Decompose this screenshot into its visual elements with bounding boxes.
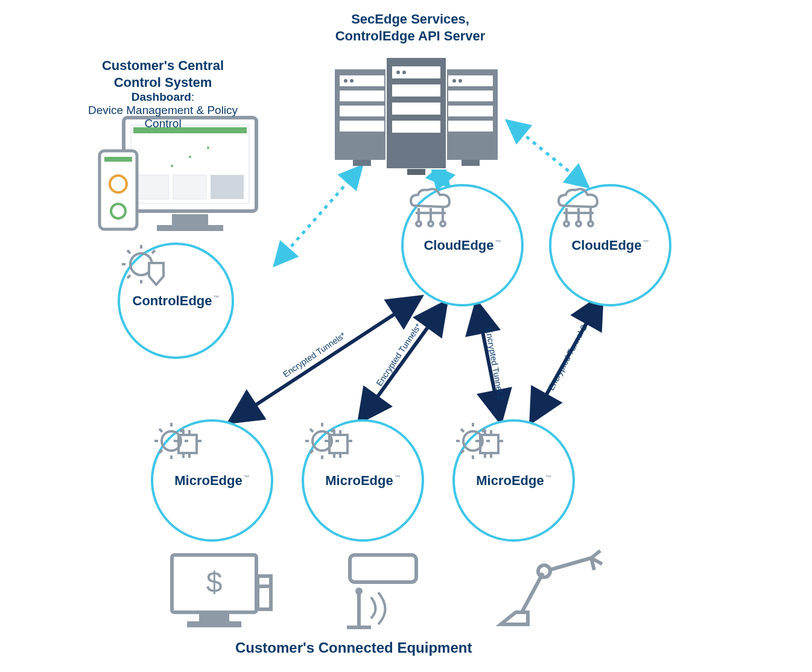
gear-chip-icon (304, 422, 352, 464)
svg-rect-6 (340, 106, 384, 116)
gear-shield-icon (120, 245, 168, 287)
svg-point-19 (458, 79, 462, 83)
svg-text:$: $ (206, 566, 223, 598)
svg-point-17 (350, 79, 354, 83)
svg-rect-42 (187, 621, 241, 627)
server-rack-icon (335, 57, 498, 175)
svg-point-59 (440, 221, 445, 226)
svg-point-62 (564, 221, 569, 226)
svg-rect-15 (392, 121, 440, 133)
svg-point-57 (428, 221, 433, 226)
microedge2-label: MicroEdge (325, 473, 393, 488)
svg-rect-35 (211, 175, 244, 199)
svg-rect-7 (340, 121, 384, 132)
node-cloudedge-2: CloudEdge™ (549, 184, 671, 306)
pos-terminal-icon: $ (172, 555, 271, 627)
robot-arm-icon (501, 551, 602, 624)
svg-point-16 (344, 79, 347, 83)
svg-point-20 (396, 71, 400, 74)
link-cloudedge2-to-server (507, 121, 588, 187)
microedge1-label: MicroEdge (174, 473, 242, 488)
svg-point-31 (207, 147, 209, 149)
architecture-diagram: $ SecEdge Services, ControlEdge API Serv… (0, 0, 812, 672)
node-microedge-1: MicroEdge™ (151, 419, 273, 542)
svg-rect-33 (136, 175, 169, 199)
cloud-network-icon (404, 186, 458, 232)
cloud-network-icon (551, 186, 606, 232)
svg-point-64 (576, 221, 581, 226)
svg-rect-24 (407, 169, 425, 175)
svg-point-55 (416, 221, 421, 226)
node-controledge: ControlEdge™ (118, 242, 234, 359)
svg-rect-44 (258, 576, 271, 609)
svg-rect-28 (157, 225, 223, 231)
svg-point-21 (402, 71, 406, 74)
svg-rect-27 (172, 214, 208, 225)
dashboard-monitor-phone-icon (100, 118, 256, 231)
svg-rect-9 (448, 90, 493, 101)
svg-rect-5 (340, 90, 384, 101)
svg-line-50 (522, 573, 543, 612)
svg-rect-22 (353, 160, 371, 166)
svg-rect-37 (104, 157, 132, 162)
cloudedge1-label: CloudEdge (423, 238, 493, 253)
svg-point-18 (452, 79, 456, 83)
microedge3-label: MicroEdge (476, 473, 544, 488)
svg-rect-41 (199, 612, 229, 621)
svg-rect-11 (448, 121, 493, 132)
cloudedge2-label: CloudEdge (571, 238, 641, 253)
server-title: SecEdge Services, ControlEdge API Server (314, 11, 507, 44)
controledge-label: ControlEdge (133, 293, 212, 308)
svg-rect-34 (173, 175, 206, 199)
link-controledge-to-server (274, 166, 362, 265)
svg-point-30 (189, 156, 191, 158)
svg-point-66 (588, 221, 593, 226)
gear-chip-icon (153, 422, 201, 464)
dashboard-subtitle: Dashboard: Device Management & Policy Co… (72, 90, 253, 130)
svg-rect-46 (350, 555, 416, 582)
customer-system-title: Customer's Central Control System (72, 57, 253, 90)
svg-line-52 (549, 558, 591, 570)
node-microedge-3: MicroEdge™ (452, 419, 575, 542)
bottom-title: Customer's Connected Equipment (235, 639, 472, 656)
svg-point-32 (171, 165, 173, 167)
node-microedge-2: MicroEdge™ (302, 419, 424, 542)
tunnel-cloud1-micro2 (359, 302, 446, 422)
gear-chip-icon (455, 422, 503, 464)
svg-rect-10 (448, 106, 493, 116)
node-cloudedge-1: CloudEdge™ (401, 184, 524, 306)
svg-rect-14 (392, 103, 440, 115)
security-camera-icon (347, 555, 416, 627)
svg-rect-23 (462, 160, 480, 166)
svg-point-51 (538, 565, 550, 577)
svg-rect-13 (392, 84, 440, 97)
